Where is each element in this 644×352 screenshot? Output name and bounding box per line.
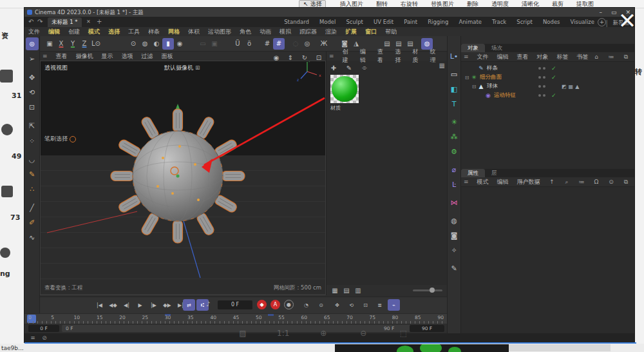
target-icon[interactable]: ◎ [301, 38, 313, 50]
panel-menu-icon[interactable]: ≡ [464, 179, 469, 185]
range-start-field[interactable]: 0 F [28, 325, 59, 332]
display-filter-icon[interactable]: ▮ [162, 38, 174, 50]
visibility-dots[interactable] [538, 67, 545, 70]
overlay-icon[interactable]: ◉ [174, 38, 185, 50]
smear-tool[interactable]: ◡ [26, 153, 39, 166]
material-menu-纹理[interactable]: 纹理 [430, 48, 439, 64]
attribute-menu-编辑[interactable]: 编辑 [497, 178, 509, 186]
select-tool[interactable]: ➢ [26, 52, 39, 65]
live-selection-tool[interactable]: ⊚ [26, 37, 39, 50]
camera-label[interactable]: 默认摄像机 ⊞ [164, 64, 200, 72]
material-menu-材质[interactable]: 材质 [412, 48, 421, 64]
annotate-替换图片-button[interactable]: 替换图片 [431, 0, 454, 8]
annotate-右旋转-button[interactable]: 右旋转 [401, 0, 418, 8]
array-icon[interactable]: ⁂ [448, 131, 460, 142]
layout-tab-Model[interactable]: Model [319, 19, 336, 25]
prev-frame-button[interactable]: ◀| [120, 299, 133, 311]
workplane-icon[interactable]: ▭ [197, 38, 209, 50]
annotate-透明度-button[interactable]: 透明度 [491, 0, 509, 8]
tree-item-球体[interactable]: ⊟▲球体◩▦▲ [461, 82, 634, 91]
key-position-button[interactable]: ✥ [331, 299, 343, 311]
layout-tab-Visualize[interactable]: Visualize [571, 19, 594, 25]
menu-运动图形[interactable]: 运动图形 [208, 28, 231, 36]
record-key-button[interactable]: ◆ [257, 300, 267, 309]
object-label[interactable]: 运动特征 [494, 92, 516, 99]
title-bar[interactable]: Cinema 4D 2023.0.0 - [未标题 1 *] - 主题 – ▭ … [24, 8, 634, 17]
scale-tool[interactable]: ⊡ [26, 101, 39, 113]
object-label[interactable]: 样条 [487, 64, 498, 72]
object-menu-编辑[interactable]: 编辑 [497, 53, 509, 61]
enabled-check-icon[interactable]: ✓ [551, 74, 556, 81]
rotate-tool[interactable]: ⟲ [26, 86, 39, 99]
axis-mode-icon[interactable]: ◌ [290, 38, 301, 50]
tree-item-细分曲面[interactable]: ⊟✳细分曲面✓ [461, 73, 634, 82]
view-label[interactable]: 透视视图 [44, 64, 68, 72]
next-frame-button[interactable]: |▶ [147, 299, 160, 311]
enabled-check-icon[interactable]: ✓ [551, 65, 556, 72]
attribute-menu-模式[interactable]: 模式 [477, 178, 489, 186]
fit-screen-icon[interactable]: ⬚ [397, 328, 409, 339]
viewport-menu-选项[interactable]: 选项 [122, 52, 133, 61]
layout-tab-Nodes[interactable]: Nodes [543, 19, 560, 25]
layout-tab-Animate[interactable]: Animate [459, 19, 482, 25]
menu-模拟[interactable]: 模拟 [279, 28, 291, 36]
zoom-out-icon[interactable]: ⊖ [357, 328, 369, 339]
home-icon[interactable]: ⌂ [591, 53, 602, 61]
menu-跟踪器[interactable]: 跟踪器 [299, 28, 317, 36]
knife-tool[interactable]: ╱ [26, 201, 39, 214]
lock-icon[interactable]: Ω [591, 178, 602, 186]
axis-z-lock[interactable]: Z [79, 38, 90, 50]
light-icon[interactable]: ✧ [448, 244, 460, 256]
viewport-menu-显示[interactable]: 显示 [102, 52, 113, 61]
object-menu-文件[interactable]: 文件 [477, 53, 489, 61]
undo-icon[interactable]: ↶ [28, 17, 33, 27]
layout-tab-Track[interactable]: Track [492, 19, 506, 25]
key-magic-button[interactable]: ⌁ [388, 299, 400, 311]
layout-tab-Standard[interactable]: Standard [284, 19, 309, 25]
forward-icon[interactable]: → [531, 178, 543, 186]
annotate-清晰化-button[interactable]: 清晰化 [522, 0, 539, 8]
object-label[interactable]: 球体 [487, 83, 498, 90]
current-frame-field[interactable]: 0 F [218, 300, 252, 309]
polygon-pen-tool[interactable]: ✎ [26, 168, 39, 181]
spline-tool[interactable]: ∿ [26, 231, 39, 244]
attribute-manager-tab-属性[interactable]: 属性 [461, 169, 485, 177]
panel-menu-icon[interactable]: ≡ [464, 54, 469, 60]
coord-system-icon[interactable]: L⊙ [90, 38, 102, 50]
material-thumbnail[interactable] [330, 75, 359, 103]
next-key-button[interactable]: ◆▶ [161, 299, 173, 311]
menu-角色[interactable]: 角色 [240, 28, 251, 36]
axis-y-lock[interactable]: Y [67, 38, 79, 50]
material-menu-选择[interactable]: 选择 [395, 48, 404, 64]
transform-tool[interactable]: ⇱ [26, 119, 39, 132]
slider-thumb[interactable] [430, 288, 435, 293]
record-position-button[interactable]: ◔ [300, 299, 312, 311]
loop-button[interactable]: ⇄ [183, 299, 195, 311]
visibility-dots[interactable] [538, 85, 545, 88]
popout-icon[interactable]: ⧉ [620, 178, 632, 186]
key-param-button[interactable]: ≣ [374, 299, 386, 311]
play-button[interactable]: ▶ [134, 299, 146, 311]
layout-tab-UV Edit[interactable]: UV Edit [374, 19, 393, 25]
filter-icon[interactable]: ≔ [576, 178, 587, 186]
menu-帮助[interactable]: 帮助 [385, 28, 397, 36]
points-tool[interactable]: ∴ [26, 182, 39, 195]
menu-渲染[interactable]: 渲染 [325, 28, 337, 36]
attribute-manager-tab-层[interactable]: 层 [485, 169, 504, 177]
image-icon[interactable]: ▨ [237, 328, 249, 339]
layout-tab-Sculpt[interactable]: Sculpt [346, 19, 363, 25]
goto-start-button[interactable]: |◀ [93, 299, 106, 311]
range-end-field[interactable]: 90 F [410, 325, 444, 332]
timeline-ruler[interactable]: 051015202530354045505560657075808590 [24, 313, 447, 324]
key-scale-button[interactable]: ⊡ [359, 299, 372, 311]
icon-view-icon[interactable]: ▦ [329, 284, 341, 296]
symmetry-icon[interactable]: Ж [318, 38, 330, 50]
zoom-in-icon[interactable]: ⊕ [317, 328, 329, 339]
menu-动画[interactable]: 动画 [260, 28, 271, 36]
render-region-icon[interactable]: ◍ [139, 38, 151, 50]
filter-icon[interactable]: ≔ [605, 53, 617, 61]
object-tags[interactable]: ◩▦▲ [562, 84, 579, 90]
enabled-check-icon[interactable]: ✓ [551, 92, 556, 99]
no-message-icon[interactable]: ⊘ [39, 334, 50, 342]
material-palette-icon[interactable]: ✎ [448, 262, 460, 274]
